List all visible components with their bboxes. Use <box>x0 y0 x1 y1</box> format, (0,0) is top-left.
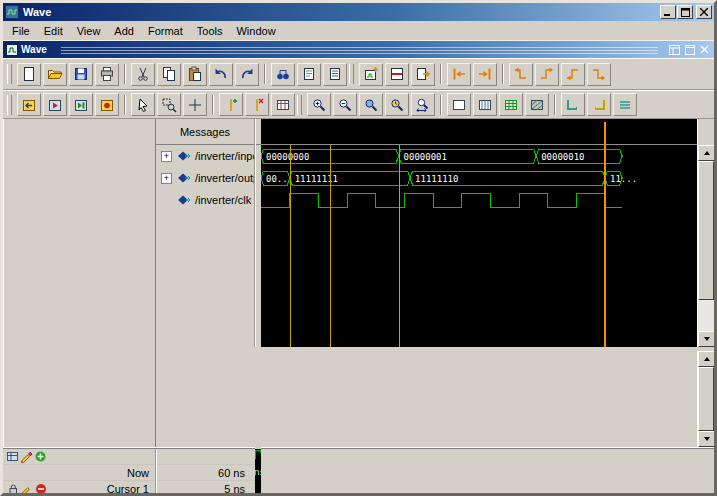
now-row[interactable]: Now <box>3 465 155 481</box>
cursor-names-panel[interactable]: Now Cursor 1 Cursor 2 Cursor 3 <box>3 449 156 496</box>
insert-divider-button[interactable] <box>385 63 409 86</box>
add-cursor-icon[interactable] <box>34 450 47 463</box>
messages-column-header[interactable]: Messages <box>156 119 254 145</box>
waveform-trace-clk[interactable] <box>261 189 697 211</box>
toolbar-grip[interactable] <box>7 64 12 84</box>
cursor-row[interactable]: Cursor 1 <box>3 481 155 496</box>
zoom-full-button[interactable] <box>359 93 383 116</box>
menu-window[interactable]: Window <box>229 22 282 40</box>
scroll-down-button[interactable] <box>698 431 715 447</box>
zoom-out-button[interactable] <box>333 93 357 116</box>
menu-file[interactable]: File <box>5 22 37 40</box>
scrollbar-thumb[interactable] <box>698 367 714 431</box>
export-wave-button[interactable] <box>411 63 435 86</box>
zoom-mode-button[interactable] <box>157 93 181 116</box>
waveform-trace-inport[interactable]: 000000000000000100000010 <box>261 145 697 167</box>
expand-time-icon <box>565 97 581 113</box>
maximize-button[interactable] <box>677 5 693 19</box>
vertical-scrollbar-cursors[interactable] <box>697 351 714 447</box>
window-titlebar[interactable]: Wave <box>3 3 714 21</box>
wave-pane-header[interactable]: Wave <box>3 41 714 58</box>
expanded-time-event-button[interactable] <box>499 93 523 116</box>
edit-cursor-icon[interactable] <box>20 450 33 463</box>
copy-button[interactable] <box>157 63 181 86</box>
restart-button[interactable] <box>17 93 41 116</box>
cursor-track-area[interactable]: 0 ns20 ns40 ns60 ns 7 ns5 ns12 ns12 ns36… <box>255 449 261 496</box>
expanded-time-off-button[interactable] <box>447 93 471 116</box>
horizontal-splitter[interactable] <box>261 447 714 449</box>
menu-view[interactable]: View <box>70 22 108 40</box>
undo-button[interactable] <box>209 63 233 86</box>
print-button[interactable] <box>95 63 119 86</box>
next-falling-edge-button[interactable] <box>587 63 611 86</box>
cursor-values-toolbar-spacer <box>157 449 255 465</box>
expanded-time-delta-button[interactable] <box>473 93 497 116</box>
collapse-time-button[interactable] <box>587 93 611 116</box>
break-button[interactable] <box>95 93 119 116</box>
next-rising-edge-button[interactable] <box>535 63 559 86</box>
lock-cursor-icon[interactable] <box>6 483 19 495</box>
scrollbar-thumb[interactable] <box>698 161 714 300</box>
new-button[interactable] <box>17 63 41 86</box>
waveform-trace-outport[interactable]: 00...111111111111111011... <box>261 167 697 189</box>
pane-maximize-button[interactable] <box>683 44 696 56</box>
pane-drag-grip[interactable] <box>61 45 658 54</box>
minimize-button[interactable] <box>660 5 676 19</box>
color-cursor-icon[interactable] <box>20 483 33 495</box>
waveform-area[interactable]: 000000000000000100000010 00...1111111111… <box>261 119 697 347</box>
vertical-scrollbar-signals[interactable] <box>697 119 714 347</box>
cursor-list-icon[interactable] <box>6 450 19 463</box>
signal-names-panel[interactable]: Messages + /inverter/inport + /inverter/… <box>156 119 255 347</box>
redo-button[interactable] <box>235 63 259 86</box>
delete-cursor-icon[interactable] <box>34 483 47 495</box>
menu-edit[interactable]: Edit <box>37 22 70 40</box>
add-cursor-button[interactable] <box>219 93 243 116</box>
pane-close-button[interactable] <box>698 44 711 56</box>
find-button[interactable] <box>271 63 295 86</box>
toolbar-grip[interactable] <box>7 95 12 115</box>
menu-format[interactable]: Format <box>141 22 190 40</box>
scrollbar-track[interactable] <box>698 161 714 331</box>
menu-add[interactable]: Add <box>107 22 141 40</box>
previous-transition-button[interactable] <box>447 63 471 86</box>
close-button[interactable] <box>696 5 712 19</box>
toolbar-grip[interactable] <box>297 95 302 115</box>
select-mode-button[interactable] <box>131 93 155 116</box>
vertical-splitter[interactable] <box>3 119 156 447</box>
signal-row[interactable]: + /inverter/outport <box>156 167 254 189</box>
time-ruler[interactable]: 0 ns20 ns40 ns60 ns <box>255 449 261 481</box>
pane-dock-button[interactable] <box>668 44 681 56</box>
scroll-down-button[interactable] <box>698 331 715 347</box>
zoom-cursor-button[interactable] <box>385 93 409 116</box>
expand-time-button[interactable] <box>561 93 585 116</box>
scrollbar-track[interactable] <box>698 367 714 431</box>
expand-toggle[interactable]: + <box>161 173 172 184</box>
show-hierarchy-button[interactable] <box>297 63 321 86</box>
edit-mode-button[interactable] <box>183 93 207 116</box>
zoom-range-button[interactable] <box>411 93 435 116</box>
cursor-values-panel[interactable]: 60 ns 5 ns 12 ns 24 ns 60 ns <box>156 449 255 496</box>
filter-signals-button[interactable] <box>323 63 347 86</box>
previous-falling-edge-button[interactable] <box>561 63 585 86</box>
add-to-wave-button[interactable] <box>359 63 383 86</box>
cut-button[interactable] <box>131 63 155 86</box>
next-transition-button[interactable] <box>473 63 497 86</box>
edit-grid-button[interactable] <box>271 93 295 116</box>
zoom-in-button[interactable] <box>307 93 331 116</box>
menu-tools[interactable]: Tools <box>190 22 230 40</box>
toolbar-grip[interactable] <box>349 64 354 84</box>
expanded-time-grid-button[interactable] <box>525 93 549 116</box>
scroll-up-button[interactable] <box>698 145 715 161</box>
scroll-up-button[interactable] <box>698 351 715 367</box>
signal-row[interactable]: + /inverter/inport <box>156 145 254 167</box>
add-to-wave-icon <box>363 66 379 82</box>
open-button[interactable] <box>43 63 67 86</box>
continue-run-button[interactable] <box>69 93 93 116</box>
expand-toggle[interactable]: + <box>161 151 172 162</box>
signal-row[interactable]: /inverter/clk <box>156 189 254 211</box>
run-button[interactable] <box>43 93 67 116</box>
previous-rising-edge-button[interactable] <box>509 63 533 86</box>
expand-all-time-button[interactable] <box>613 93 637 116</box>
paste-button[interactable] <box>183 63 207 86</box>
save-button[interactable] <box>69 63 93 86</box>
